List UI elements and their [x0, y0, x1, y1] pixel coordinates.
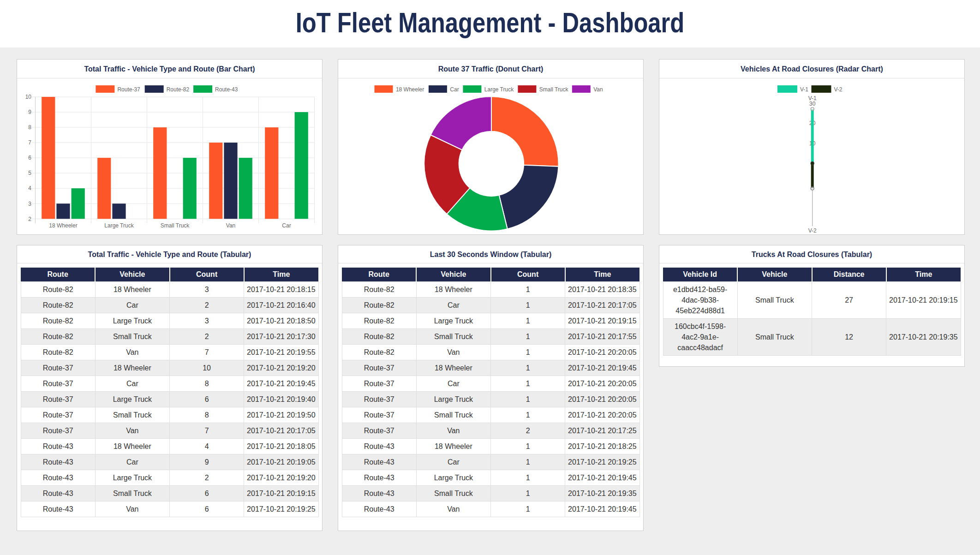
svg-text:V-1: V-1 [800, 86, 808, 93]
svg-text:Small Truck: Small Truck [161, 222, 190, 229]
svg-text:30: 30 [809, 101, 816, 107]
svg-text:18 Wheeler: 18 Wheeler [49, 222, 77, 229]
svg-text:Van: Van [226, 222, 235, 229]
svg-text:4: 4 [28, 185, 31, 191]
svg-text:Van: Van [593, 86, 603, 93]
svg-text:Small Truck: Small Truck [539, 86, 569, 93]
svg-text:Large Truck: Large Truck [104, 222, 134, 229]
svg-text:Large Truck: Large Truck [484, 86, 514, 93]
svg-text:5: 5 [28, 170, 31, 176]
svg-text:6: 6 [28, 155, 31, 161]
svg-text:3: 3 [28, 201, 31, 207]
svg-text:Route-82: Route-82 [167, 86, 190, 93]
svg-text:V-2: V-2 [808, 227, 817, 234]
svg-text:Car: Car [450, 86, 459, 93]
svg-text:8: 8 [28, 124, 31, 131]
svg-text:7: 7 [28, 139, 31, 146]
svg-text:Car: Car [282, 222, 291, 229]
svg-text:Route-43: Route-43 [215, 86, 238, 93]
svg-text:Route-37: Route-37 [117, 86, 140, 93]
svg-text:9: 9 [28, 109, 31, 115]
svg-text:2: 2 [28, 216, 31, 222]
svg-text:10: 10 [25, 94, 32, 100]
svg-text:V-2: V-2 [834, 86, 843, 93]
svg-text:18 Wheeler: 18 Wheeler [396, 86, 424, 93]
